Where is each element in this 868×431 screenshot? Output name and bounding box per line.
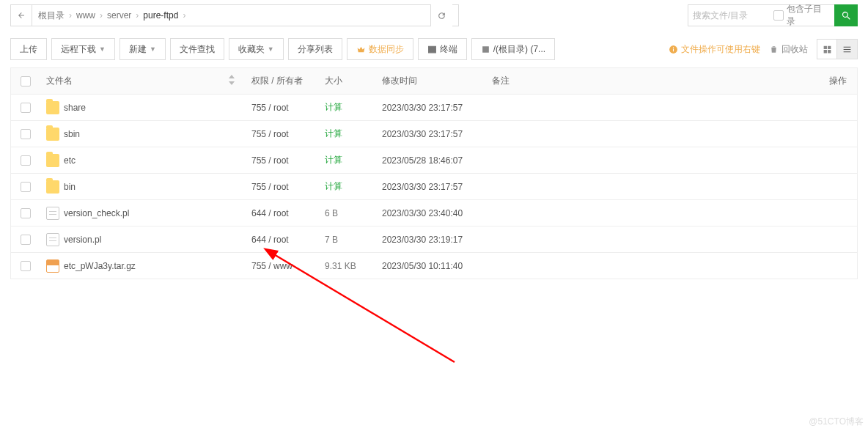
path-title-button[interactable]: /(根目录) (7... [471, 38, 555, 60]
file-name[interactable]: version_check.pl [64, 208, 129, 218]
grid-icon [823, 45, 832, 54]
view-grid-button[interactable] [817, 39, 837, 59]
toolbar: 上传 远程下载▼ 新建▼ 文件查找 收藏夹▼ 分享列表 数据同步 终端 /(根目… [0, 31, 868, 67]
search-bar: 包含子目录 [688, 4, 858, 26]
list-icon [842, 45, 852, 54]
folder-icon [46, 180, 59, 194]
remote-download-button[interactable]: 远程下载▼ [51, 38, 115, 60]
row-checkbox[interactable] [21, 261, 31, 271]
checkbox-icon[interactable] [773, 10, 784, 21]
refresh-button[interactable] [430, 4, 452, 26]
table-row[interactable]: share755 / root计算2023/03/30 23:17:57 [11, 95, 857, 121]
new-button[interactable]: 新建▼ [119, 38, 166, 60]
table-header: 文件名 权限 / 所有者 大小 修改时间 备注 操作 [11, 68, 857, 95]
table-row[interactable]: version.pl644 / root7 B2023/03/30 23:19:… [11, 226, 857, 253]
find-button[interactable]: 文件查找 [170, 38, 224, 60]
folder-icon [46, 101, 59, 114]
file-perm[interactable]: 755 / root [246, 155, 319, 166]
chevron-right-icon: › [95, 10, 107, 21]
table-row[interactable]: etc755 / root计算2023/05/28 18:46:07 [11, 147, 857, 174]
col-name[interactable]: 文件名 [40, 75, 246, 87]
chevron-down-icon: ▼ [268, 45, 274, 53]
file-size: 9.31 KB [325, 261, 356, 271]
row-checkbox[interactable] [21, 182, 31, 192]
row-checkbox[interactable] [21, 103, 31, 113]
file-name[interactable]: sbin [64, 129, 80, 139]
chevron-right-icon: › [131, 10, 143, 21]
file-mtime: 2023/05/30 10:11:40 [376, 261, 486, 271]
chevron-right-icon: › [65, 10, 76, 21]
file-icon [46, 207, 59, 220]
include-subdir-toggle[interactable]: 包含子目录 [773, 3, 830, 28]
file-mtime: 2023/03/30 23:17:57 [376, 182, 486, 192]
breadcrumb-item[interactable]: server [107, 10, 131, 21]
recycle-bin-button[interactable]: 回收站 [769, 43, 808, 56]
upload-button[interactable]: 上传 [10, 38, 47, 60]
terminal-icon [427, 45, 437, 54]
row-checkbox[interactable] [21, 208, 31, 218]
file-name[interactable]: version.pl [64, 235, 101, 245]
search-box: 包含子目录 [688, 4, 834, 26]
file-size: 7 B [325, 235, 338, 245]
file-size: 6 B [325, 208, 338, 218]
trash-icon [769, 45, 779, 54]
svg-rect-2 [673, 47, 674, 48]
file-size[interactable]: 计算 [325, 101, 342, 114]
file-perm[interactable]: 644 / root [246, 208, 319, 218]
breadcrumb-item[interactable]: www [76, 10, 95, 21]
view-toggle [817, 39, 858, 59]
breadcrumb-item-current[interactable]: pure-ftpd [143, 10, 178, 21]
col-ops: 操作 [813, 75, 857, 87]
table-row[interactable]: etc_pWJa3y.tar.gz755 / www9.31 KB2023/05… [11, 253, 857, 279]
file-perm[interactable]: 755 / root [246, 129, 319, 139]
file-name[interactable]: etc_pWJa3y.tar.gz [64, 261, 136, 271]
search-button[interactable] [834, 4, 858, 26]
chevron-right-icon: › [178, 10, 190, 21]
archive-icon [46, 259, 59, 273]
favorites-button[interactable]: 收藏夹▼ [229, 38, 284, 60]
file-icon [46, 233, 59, 246]
svg-rect-1 [673, 48, 674, 51]
select-all-checkbox[interactable] [21, 76, 31, 86]
view-list-button[interactable] [837, 39, 858, 59]
col-note: 备注 [486, 75, 813, 87]
table-row[interactable]: bin755 / root计算2023/03/30 23:17:57 [11, 174, 857, 200]
file-perm[interactable]: 755 / www [246, 261, 319, 271]
file-size[interactable]: 计算 [325, 128, 342, 140]
crown-icon [356, 45, 366, 54]
data-sync-button[interactable]: 数据同步 [347, 38, 413, 60]
row-checkbox[interactable] [21, 155, 31, 166]
back-button[interactable] [10, 4, 32, 26]
file-name[interactable]: bin [64, 182, 76, 192]
file-name[interactable]: etc [64, 155, 76, 166]
file-size[interactable]: 计算 [325, 180, 342, 193]
file-name[interactable]: share [64, 103, 86, 113]
file-mtime: 2023/03/30 23:40:40 [376, 208, 486, 218]
file-table: 文件名 权限 / 所有者 大小 修改时间 备注 操作 share755 / ro… [10, 67, 858, 279]
breadcrumb-item[interactable]: 根目录 [38, 10, 65, 22]
breadcrumb-path[interactable]: 根目录 › www › server › pure-ftpd › [32, 4, 459, 26]
row-checkbox[interactable] [21, 129, 31, 139]
terminal-button[interactable]: 终端 [418, 38, 467, 60]
file-perm[interactable]: 755 / root [246, 182, 319, 192]
file-perm[interactable]: 644 / root [246, 235, 319, 245]
arrow-left-icon [17, 11, 26, 20]
refresh-icon [437, 11, 446, 21]
disk-icon [481, 45, 490, 54]
search-input[interactable] [693, 10, 773, 21]
col-perm[interactable]: 权限 / 所有者 [246, 75, 319, 87]
chevron-down-icon: ▼ [150, 45, 156, 53]
col-size[interactable]: 大小 [319, 75, 376, 87]
row-checkbox[interactable] [21, 235, 31, 245]
file-perm[interactable]: 755 / root [246, 103, 319, 113]
file-mtime: 2023/03/30 23:17:57 [376, 103, 486, 113]
folder-icon [46, 128, 59, 141]
col-mtime[interactable]: 修改时间 [376, 75, 486, 87]
chevron-down-icon: ▼ [99, 45, 106, 53]
include-subdir-label: 包含子目录 [787, 3, 830, 28]
share-list-button[interactable]: 分享列表 [288, 38, 342, 60]
table-row[interactable]: version_check.pl644 / root6 B2023/03/30 … [11, 200, 857, 226]
file-size[interactable]: 计算 [325, 154, 342, 166]
table-row[interactable]: sbin755 / root计算2023/03/30 23:17:57 [11, 121, 857, 147]
file-mtime: 2023/03/30 23:17:57 [376, 129, 486, 139]
